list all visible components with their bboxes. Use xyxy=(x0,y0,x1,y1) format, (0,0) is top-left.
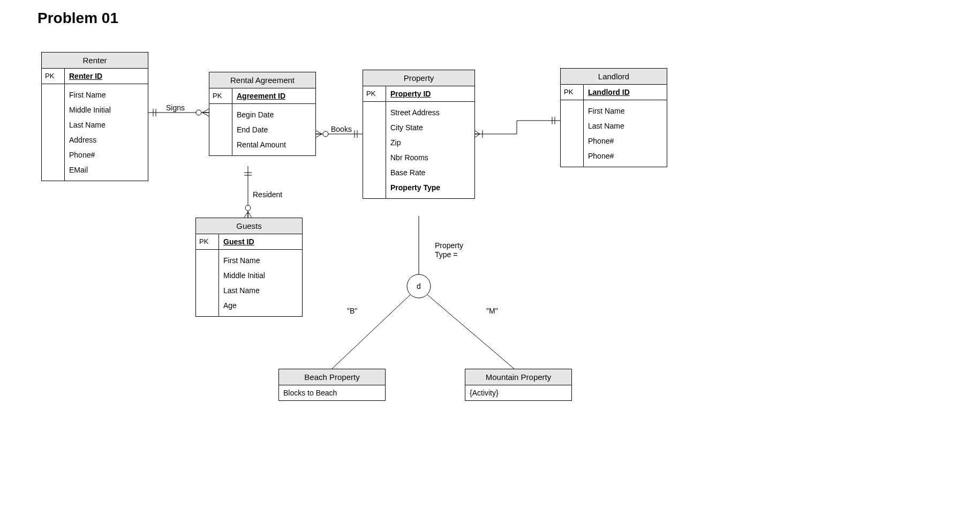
svg-point-3 xyxy=(196,110,201,115)
entity-landlord-pk-name: Landlord ID xyxy=(584,85,667,100)
entity-agreement-attr-gutter xyxy=(209,104,232,155)
entity-landlord-attr: Phone# xyxy=(588,133,664,148)
subtype-mountain-attr: {Activity} xyxy=(465,385,571,400)
entity-guests-header: Guests xyxy=(196,218,302,234)
entity-property-attr: Street Address xyxy=(390,105,471,120)
subtype-beach-header: Beach Property xyxy=(279,369,385,385)
entity-landlord-attr: Last Name xyxy=(588,118,664,133)
rel-signs-label: Signs xyxy=(166,103,185,112)
entity-agreement: Rental Agreement PK Agreement ID Begin D… xyxy=(209,72,316,156)
subtype-beach-attr: Blocks to Beach xyxy=(279,385,385,400)
page-title: Problem 01 xyxy=(37,10,118,27)
rel-resident-label: Resident xyxy=(253,190,282,199)
discriminator-label-line2: Type = xyxy=(435,250,457,259)
rel-signs: Signs xyxy=(148,103,209,116)
entity-guests: Guests PK Guest ID First Name Middle Ini… xyxy=(195,218,303,317)
entity-landlord-header: Landlord xyxy=(561,69,667,85)
subtype-b-label: "B" xyxy=(347,307,357,315)
entity-agreement-pk-name: Agreement ID xyxy=(232,88,315,103)
entity-landlord-pk-label: PK xyxy=(561,85,584,100)
subtype-beach: Beach Property Blocks to Beach xyxy=(278,369,386,401)
svg-line-9 xyxy=(315,130,322,134)
subtype-mountain: Mountain Property {Activity} xyxy=(465,369,572,401)
entity-landlord-attr: First Name xyxy=(588,103,664,118)
svg-line-22 xyxy=(474,130,480,134)
entity-renter-header: Renter xyxy=(42,53,148,69)
entity-property-attr: Nbr Rooms xyxy=(390,150,471,165)
entity-agreement-attr: Rental Amount xyxy=(237,137,312,152)
svg-point-28 xyxy=(407,274,431,298)
entity-property-attr-gutter xyxy=(363,102,386,198)
entity-property-attr: Zip xyxy=(390,135,471,150)
diagram-canvas: Problem 01 Renter PK Renter ID First Nam… xyxy=(0,0,980,507)
entity-guests-pk-label: PK xyxy=(196,234,219,249)
entity-renter-pk-name: Renter ID xyxy=(65,69,148,84)
entity-guests-attr: Last Name xyxy=(223,283,299,298)
entity-property-pk-label: PK xyxy=(363,86,386,101)
entity-agreement-attr: Begin Date xyxy=(237,107,312,122)
entity-guests-attr: Age xyxy=(223,298,299,313)
entity-renter-attr: Middle Initial xyxy=(69,102,145,117)
entity-landlord: Landlord PK Landlord ID First Name Last … xyxy=(560,68,667,167)
svg-line-6 xyxy=(202,113,209,116)
entity-property-header: Property xyxy=(363,70,474,86)
entity-renter-attr: Address xyxy=(69,132,145,147)
entity-landlord-attr-gutter xyxy=(561,100,584,167)
svg-point-8 xyxy=(323,131,328,137)
svg-line-20 xyxy=(248,212,252,218)
svg-line-24 xyxy=(474,134,480,138)
entity-renter-attr: EMail xyxy=(69,162,145,177)
rel-books: Books xyxy=(315,125,363,138)
entity-guests-attr-gutter xyxy=(196,250,219,316)
rel-resident: Resident xyxy=(244,166,282,218)
entity-renter-attr-gutter xyxy=(42,84,65,181)
discriminator-label-line1: Property xyxy=(435,241,463,250)
svg-line-30 xyxy=(427,295,514,369)
entity-guests-attr: Middle Initial xyxy=(223,268,299,283)
entity-renter-attr: First Name xyxy=(69,87,145,102)
entity-landlord-attr: Phone# xyxy=(588,148,664,163)
d-symbol: d xyxy=(417,282,421,290)
entity-renter: Renter PK Renter ID First Name Middle In… xyxy=(41,52,148,181)
svg-line-11 xyxy=(315,134,322,138)
entity-agreement-header: Rental Agreement xyxy=(209,72,315,88)
entity-agreement-attr: End Date xyxy=(237,122,312,137)
entity-property-attr: Base Rate xyxy=(390,165,471,180)
svg-point-17 xyxy=(245,205,251,211)
svg-line-18 xyxy=(244,212,248,218)
entity-guests-attr: First Name xyxy=(223,253,299,268)
entity-agreement-pk-label: PK xyxy=(209,88,232,103)
entity-property-attr: City State xyxy=(390,120,471,135)
rel-property-landlord xyxy=(474,117,560,138)
entity-property-pk-name: Property ID xyxy=(386,86,474,101)
entity-property: Property PK Property ID Street Address C… xyxy=(363,70,475,199)
entity-guests-pk-name: Guest ID xyxy=(219,234,302,249)
rel-books-label: Books xyxy=(331,125,352,133)
entity-renter-pk-label: PK xyxy=(42,69,65,84)
entity-renter-attr: Phone# xyxy=(69,147,145,162)
svg-line-4 xyxy=(202,109,209,113)
specialization: d Property Type = "B" "M" xyxy=(332,216,514,369)
entity-renter-attr: Last Name xyxy=(69,117,145,132)
svg-line-29 xyxy=(332,295,410,369)
subtype-mountain-header: Mountain Property xyxy=(465,369,571,385)
entity-property-attr-bold: Property Type xyxy=(390,180,471,195)
subtype-m-label: "M" xyxy=(486,307,498,315)
